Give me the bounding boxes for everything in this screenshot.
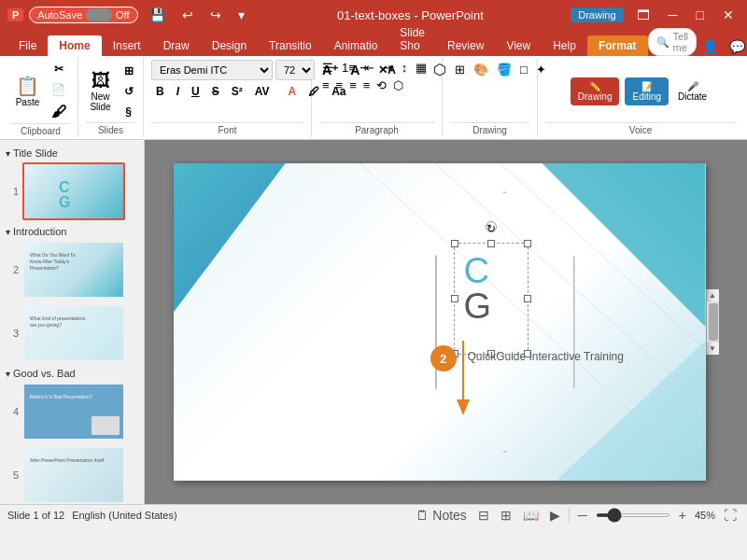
- ribbon-display-button[interactable]: 🗖: [631, 6, 655, 24]
- notes-button[interactable]: 🗒 Notes: [413, 507, 469, 524]
- slide-sorter-button[interactable]: ⊞: [498, 507, 514, 524]
- powerpoint-logo-icon: P: [7, 8, 23, 21]
- section-button[interactable]: §: [120, 103, 138, 121]
- slideshow-button[interactable]: ▶: [547, 507, 563, 524]
- save-button[interactable]: 💾: [144, 6, 171, 24]
- quick-styles-button[interactable]: 🎨: [471, 60, 491, 79]
- slide-thumb-3: What kind of presentationsare you giving…: [22, 304, 125, 362]
- align-justify-button[interactable]: ≡: [360, 77, 374, 93]
- vertical-scrollbar[interactable]: ▲ ▼: [706, 289, 719, 355]
- columns-button[interactable]: ▦: [413, 60, 430, 76]
- tab-review[interactable]: Review: [436, 35, 495, 56]
- rotate-handle[interactable]: ↻: [486, 221, 497, 232]
- align-right-button[interactable]: ≡: [346, 77, 359, 93]
- slide-item-1[interactable]: 1 CG: [4, 161, 140, 222]
- paste-button[interactable]: 📋 Paste: [11, 75, 45, 109]
- increase-indent-button[interactable]: ⇥: [380, 60, 396, 76]
- format-painter-button[interactable]: 🖌: [47, 101, 71, 123]
- normal-view-button[interactable]: ⊟: [475, 507, 492, 524]
- handle-top-left[interactable]: [451, 240, 458, 247]
- font-size-select[interactable]: 72: [275, 60, 315, 80]
- ribbon-group-voice: ✏️ Drawing 📝 Editing 🎤 Dictate Voice: [538, 58, 743, 137]
- new-slide-button[interactable]: 🖼 NewSlide: [84, 69, 118, 114]
- tab-file[interactable]: File: [7, 35, 48, 56]
- zoom-out-button[interactable]: ─: [575, 507, 590, 524]
- undo-button[interactable]: ↩: [176, 6, 199, 24]
- font-color-button[interactable]: A: [283, 82, 301, 101]
- slide-item-4[interactable]: 4 Before It Is Bad Presentation?: [4, 381, 140, 442]
- shapes-button[interactable]: ⬡: [430, 60, 449, 79]
- underline-button[interactable]: U: [187, 82, 204, 101]
- font-family-select[interactable]: Eras Demi ITC: [151, 60, 273, 80]
- share-button[interactable]: 👤: [697, 37, 724, 56]
- editing-context-button[interactable]: 📝 Editing: [625, 77, 669, 105]
- tab-draw[interactable]: Draw: [152, 35, 201, 56]
- decrease-indent-button[interactable]: ⇤: [361, 60, 377, 76]
- scroll-up-button[interactable]: ▲: [707, 289, 718, 301]
- handle-top-right[interactable]: [524, 240, 531, 247]
- tab-home[interactable]: Home: [48, 35, 101, 56]
- voice-label: Voice: [545, 122, 736, 135]
- italic-button[interactable]: I: [172, 82, 184, 101]
- tab-help[interactable]: Help: [542, 35, 587, 56]
- zoom-in-button[interactable]: +: [676, 507, 689, 524]
- slide-item-2[interactable]: 2 What Do You Want ToKnow After Today'sP…: [4, 239, 140, 301]
- handle-middle-right[interactable]: [524, 295, 531, 302]
- title-bar: P AutoSave Off 💾 ↩ ↪ ▾ 01-text-boxes - P…: [0, 0, 747, 30]
- shadow-button[interactable]: S²: [227, 82, 247, 101]
- cut-button[interactable]: ✂: [47, 60, 71, 78]
- tab-design[interactable]: Design: [201, 35, 258, 56]
- tab-format[interactable]: Format: [587, 35, 648, 56]
- close-button[interactable]: ✕: [717, 6, 740, 24]
- layout-button[interactable]: ⊞: [120, 62, 138, 80]
- fill-button[interactable]: 🪣: [494, 60, 514, 79]
- reset-button[interactable]: ↺: [120, 82, 138, 101]
- zoom-slider[interactable]: [596, 513, 670, 517]
- handle-middle-left[interactable]: [451, 295, 458, 302]
- numbering-button[interactable]: 1≡: [339, 60, 359, 76]
- clipboard-content: 📋 Paste ✂ 📄 🖌: [11, 60, 71, 123]
- align-center-button[interactable]: ≡: [333, 77, 346, 93]
- customize-qat-button[interactable]: ▾: [233, 6, 250, 24]
- thumb1-letters: CG: [59, 180, 70, 210]
- tab-animations[interactable]: Animatio: [323, 35, 389, 56]
- handle-top[interactable]: [487, 240, 495, 247]
- tab-transitions[interactable]: Transitio: [258, 35, 323, 56]
- tell-me-box[interactable]: 🔍 Tell me: [648, 28, 698, 56]
- convert-to-smartart-button[interactable]: ⬡: [390, 77, 406, 93]
- tab-slideshow[interactable]: Slide Sho: [388, 22, 436, 56]
- line-spacing-button[interactable]: ↕: [399, 60, 411, 76]
- strikethrough-button[interactable]: S: [207, 82, 224, 101]
- char-spacing-button[interactable]: AV: [250, 82, 275, 101]
- tab-view[interactable]: View: [495, 35, 542, 56]
- autosave-toggle[interactable]: [86, 8, 112, 21]
- autosave-badge: AutoSave Off: [29, 7, 137, 23]
- minimize-button[interactable]: ─: [663, 6, 684, 24]
- bold-button[interactable]: B: [151, 82, 169, 101]
- copy-button[interactable]: 📄: [47, 80, 71, 99]
- align-left-button[interactable]: ≡: [319, 77, 332, 93]
- comments-button[interactable]: 💬: [724, 37, 747, 56]
- letter-g: G: [464, 288, 492, 324]
- slide-num-4: 4: [6, 406, 19, 417]
- selected-textbox[interactable]: ↻ C G: [454, 243, 529, 355]
- redo-button[interactable]: ↪: [204, 6, 227, 24]
- notes-icon: 🗒: [416, 508, 429, 523]
- slide-item-3[interactable]: 3 What kind of presentationsare you givi…: [4, 302, 140, 364]
- slide-canvas[interactable]: ↻ C G 2 QuickGu: [174, 163, 706, 481]
- slide-item-5[interactable]: 5 After-PowerPoint Presentation Itself: [4, 444, 140, 504]
- scroll-down-button[interactable]: ▼: [707, 343, 718, 355]
- bullets-button[interactable]: ☰: [319, 60, 336, 76]
- status-bar: Slide 1 of 12 English (United States) 🗒 …: [0, 504, 747, 525]
- reading-view-button[interactable]: 📖: [520, 507, 542, 524]
- scrollbar-track[interactable]: [707, 301, 719, 343]
- arrange-button[interactable]: ⊞: [452, 60, 468, 79]
- outline-button[interactable]: □: [517, 60, 530, 79]
- fit-to-window-button[interactable]: ⛶: [721, 507, 740, 524]
- drawing-context-button[interactable]: ✏️ Drawing: [571, 77, 620, 105]
- tab-insert[interactable]: Insert: [102, 35, 152, 56]
- scrollbar-thumb[interactable]: [709, 303, 718, 341]
- maximize-button[interactable]: □: [691, 6, 710, 24]
- text-direction-button[interactable]: ⟲: [374, 77, 389, 93]
- dictate-button[interactable]: 🎤 Dictate: [674, 79, 711, 104]
